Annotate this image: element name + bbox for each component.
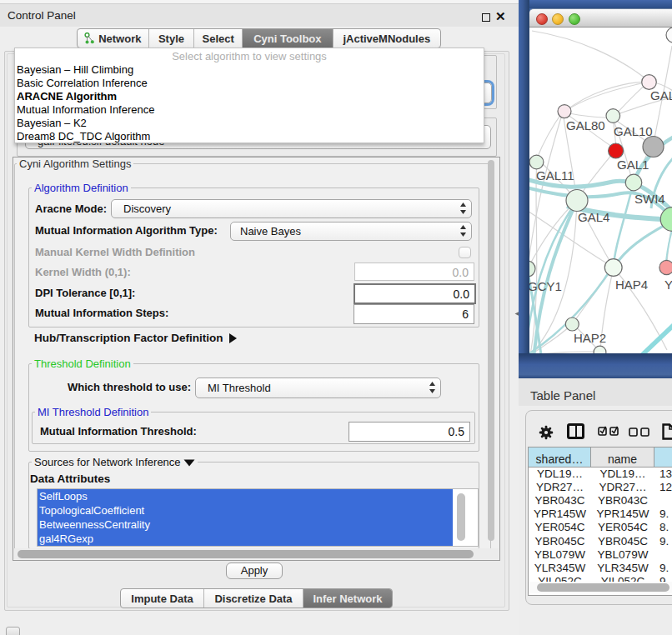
svg-text:GAL11: GAL11 — [536, 168, 574, 182]
svg-text:GAL1: GAL1 — [617, 158, 649, 172]
svg-text:SWI4: SWI4 — [634, 192, 665, 206]
svg-text:HAP2: HAP2 — [574, 331, 606, 345]
svg-text:GAL4: GAL4 — [578, 210, 609, 224]
svg-text:HAP4: HAP4 — [615, 278, 648, 292]
svg-text:GCY1: GCY1 — [529, 279, 562, 293]
svg-text:Y: Y — [664, 278, 672, 292]
svg-text:GAL2: GAL2 — [650, 88, 672, 102]
svg-text:GAL80: GAL80 — [566, 118, 605, 132]
svg-text:GAL10: GAL10 — [614, 124, 653, 138]
